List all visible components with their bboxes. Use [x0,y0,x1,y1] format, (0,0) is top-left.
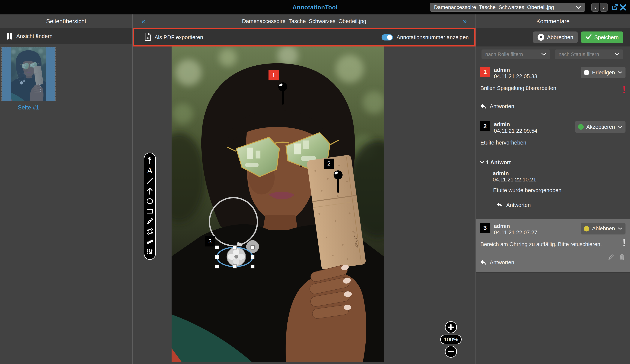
comments-panel-title: Kommentare [476,14,630,28]
comment-author: admin [494,67,538,73]
annotation-marker-3[interactable]: 3 [205,236,215,246]
annotation-number-toggle[interactable] [382,34,393,40]
reply-arrow-icon [496,202,503,208]
export-pdf-button[interactable]: Als PDF exportieren [144,32,203,42]
priority-exclamation-icon: ! [622,84,626,94]
delete-trash-icon[interactable] [619,254,626,260]
reply-button[interactable]: Antworten [480,103,514,110]
close-icon[interactable] [620,4,626,12]
comment-item-2[interactable]: 2 admin 04.11.21 22.09.54 Akzeptieren Et… [476,120,630,210]
comment-text: Brillen Spiegelung überarbeiten [480,85,626,91]
comment-status-dropdown[interactable]: Akzeptieren [575,121,626,133]
viewer-toolbar-highlighted: Als PDF exportieren Annotationsnummer an… [133,28,476,46]
reply-arrow-icon [480,260,486,266]
line-tool-icon[interactable] [146,177,154,184]
zoom-out-button[interactable] [445,346,457,358]
ruler-tool-icon[interactable] [146,238,154,245]
comment-reply: admin 04.11.21 22.10.21 Etuite wurde her… [493,170,626,208]
plus-icon [448,324,454,330]
toggle-knob [387,35,392,40]
annotation-marker-2[interactable]: 2 [324,158,334,169]
chevron-down-icon [576,4,581,10]
comment-filters: nach Rolle filtern nach Status filtern [476,46,630,61]
reply-button[interactable]: Antworten [480,260,514,266]
viewer-area: « Damenaccessoire_Tasche_Schwarzes_Obert… [133,14,476,364]
role-filter-placeholder: nach Rolle filtern [485,52,523,57]
page-thumbnail[interactable] [2,47,56,101]
pen-tool-icon[interactable] [146,218,154,225]
share-icon[interactable] [611,4,618,12]
annotation-marker-1[interactable]: 1 [268,70,278,80]
reply-label: Antworten [506,202,531,208]
text-tool-icon[interactable]: A [146,167,154,174]
previous-file-button[interactable]: ‹ [592,3,599,12]
comment-timestamp: 04.11.21 22.09.54 [494,128,538,134]
cancel-button[interactable]: ✕ Abbrechen [533,32,578,43]
export-pdf-label: Als PDF exportieren [154,34,203,40]
status-filter-select[interactable]: nach Status filtern [555,50,623,59]
rectangle-tool-icon[interactable] [146,208,154,215]
annotation-tool-palette: A [144,152,156,260]
chevron-down-icon [618,71,622,74]
polygon-tool-icon[interactable] [146,228,154,235]
page-label[interactable]: Seite #1 [0,104,57,111]
comment-item-3-selected[interactable]: 3 admin 04.11.21 22.07.27 Ablehnen Berei… [476,219,630,273]
reply-timestamp: 04.11.21 22.10.21 [493,176,626,183]
status-label: Erledigen [592,70,615,76]
replies-collapse-toggle[interactable]: 1 Antwort [480,159,511,166]
comment-item-1[interactable]: 1 admin 04.11.21 22.05.33 Erledigen Bril… [476,66,630,112]
pin-annotation-1[interactable] [278,82,287,105]
replies-count-label: 1 Antwort [486,159,511,166]
previous-page-arrow[interactable]: « [142,18,145,25]
thumbnail-letterbox-left [2,48,11,101]
chevron-down-icon [618,227,622,230]
minus-icon [448,348,454,355]
reply-label: Antworten [490,103,514,110]
status-dot-icon [578,124,584,130]
change-view-label: Ansicht ändern [16,33,52,39]
annotated-image[interactable]: 1 2 3 [172,46,384,362]
comment-author: admin [494,223,538,229]
thumbnail-letterbox-right [46,48,55,101]
next-page-arrow[interactable]: » [463,18,467,25]
zoom-in-button[interactable] [445,321,457,333]
reply-author: admin [493,170,626,176]
status-label: Ablehnen [592,226,615,232]
pin-annotation-2[interactable] [334,170,342,194]
save-button[interactable]: Speichern [581,32,623,43]
comment-author: admin [494,121,538,128]
page-overview-panel: Seitenübersicht Ansicht ändern Seite #1 [0,14,133,364]
zoom-level-indicator[interactable]: 100% [440,334,462,344]
selected-ellipse-annotation[interactable] [214,244,256,269]
cancel-circle-x-icon: ✕ [538,34,544,41]
comment-text: Bereich am Ohrring zu auffällig. Bitte r… [480,241,626,248]
cancel-label: Abbrechen [547,34,573,40]
ellipse-tool-icon[interactable] [146,197,154,205]
comment-number-badge: 1 [480,67,490,77]
change-view-button[interactable]: Ansicht ändern [0,28,132,44]
pin-tool-icon[interactable] [146,157,154,164]
comment-timestamp: 04.11.21 22.07.27 [494,229,538,236]
comments-actions-row: ✕ Abbrechen Speichern [476,28,630,46]
file-select-dropdown[interactable]: Damenaccessoire_Tasche_Schwarzes_Obertei… [430,3,586,12]
pages-library-icon[interactable] [146,248,154,256]
chevron-down-icon [618,126,622,128]
comment-timestamp: 04.11.21 22.05.33 [494,73,538,80]
role-filter-select[interactable]: nach Rolle filtern [482,50,550,59]
reply-text: Etuite wurde hervorgehoben [493,187,626,194]
reply-arrow-icon [480,104,486,110]
next-file-button[interactable]: › [600,3,608,12]
status-dot-icon [584,226,589,232]
edit-pencil-icon[interactable] [608,254,614,260]
comments-list: 1 admin 04.11.21 22.05.33 Erledigen Bril… [476,61,630,273]
arrow-tool-icon[interactable] [146,187,154,195]
comment-status-dropdown[interactable]: Erledigen [581,67,626,78]
status-label: Akzeptieren [586,124,615,130]
viewer-header: « Damenaccessoire_Tasche_Schwarzes_Obert… [133,14,476,28]
status-filter-placeholder: nach Status filtern [558,52,599,57]
comment-number-badge: 3 [480,223,490,233]
chevron-down-icon [480,161,484,164]
reply-button[interactable]: Antworten [496,202,531,208]
comment-status-dropdown[interactable]: Ablehnen [581,223,626,234]
pdf-file-icon [144,32,151,42]
